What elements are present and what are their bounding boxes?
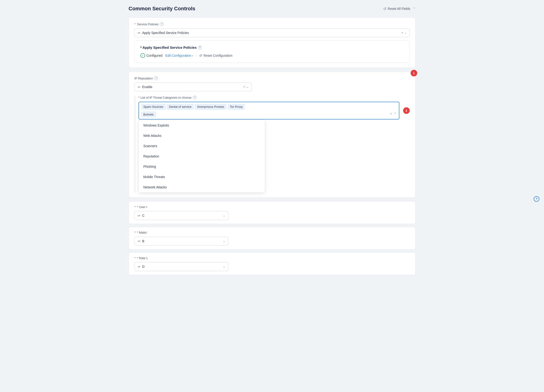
threat-categories-help-icon[interactable]: ? [193,96,197,99]
service-policies-section: * Service Policies ? ⇌ Apply Specified S… [129,17,416,68]
divider [196,54,196,57]
rate-chevron-icon[interactable]: ⌄ [223,265,225,268]
threat-categories-subsection: * List of IP Threat Categories to choose… [135,96,410,193]
tags-and-step2-row: Spam Sources Denial of service Anonymous… [139,102,410,119]
ip-reputation-chevron-icon[interactable]: ⌄ [246,85,249,88]
reset-config-icon: ↺ [199,54,202,57]
user-id-shuffle-icon: ⇌ [138,214,140,217]
threat-categories-label: * List of IP Threat Categories to choose… [139,96,410,99]
rate-shuffle-icon: ⇌ [138,265,140,269]
dropdown-item-mobile-threats[interactable]: Mobile Threats [139,172,265,182]
dropdown-item-windows-exploits[interactable]: Windows Exploits [139,120,265,130]
user-id-label: * * User I [135,205,410,209]
floating-help-button[interactable]: ? [534,196,539,202]
user-id-select[interactable]: ⇌ C ⌄ [135,211,228,220]
configured-row: ✓ Configured Edit Configuration › ↺ Rese… [140,53,404,58]
ip-reputation-clear-button[interactable]: × [243,85,245,89]
apply-service-policies-title: * Apply Specified Service Policies ? [140,46,404,49]
page-title: Common Security Controls [129,6,195,12]
tag-spam-sources: Spam Sources [141,104,166,109]
tag-botnets: Botnets [141,112,156,117]
ip-reputation-select[interactable]: ⇌ Enable × ⌄ [135,82,252,91]
ip-reputation-label: IP Reputation ? [135,76,410,80]
rate-limit-select[interactable]: ⇌ D ⌄ [135,262,228,271]
dropdown-item-web-attacks[interactable]: Web Attacks [139,130,265,141]
dropdown-item-network-attacks[interactable]: Network Attacks [139,182,265,192]
ip-reputation-select-row: ⇌ Enable × ⌄ 1 [135,82,410,91]
tag-tor-proxy: Tor Proxy [228,104,245,109]
user-id-chevron-icon[interactable]: ⌄ [223,214,225,217]
reset-icon: ↺ [383,6,386,11]
malicious-shuffle-icon: ⇌ [138,239,140,243]
tags-clear-all-button[interactable]: × [390,112,392,116]
service-policies-chevron-icon[interactable]: ⌄ [404,31,407,35]
threat-categories-dropdown: Windows Exploits Web Attacks Scanners Re… [139,120,265,193]
tag-denial-of-service: Denial of service [167,104,194,109]
tag-anonymous-proxies: Anonymous Proxies [195,104,226,109]
service-policies-select[interactable]: ⇌ Apply Specified Service Policies × ⌄ [135,28,410,37]
ip-reputation-section: IP Reputation ? ⇌ Enable × ⌄ 1 * List of… [129,71,416,198]
malicious-select[interactable]: ⇌ B ⌄ [135,237,228,246]
ip-shuffle-icon: ⇌ [138,85,140,89]
configured-badge: ✓ Configured [140,53,163,58]
user-id-section: * * User I ⇌ C ⌄ [129,201,416,224]
threat-tags-input[interactable]: Spam Sources Denial of service Anonymous… [139,102,399,119]
step-1-badge: 1 [411,70,417,76]
apply-service-policies-nested: * Apply Specified Service Policies ? ✓ C… [135,41,410,63]
rate-limit-label: * * Rate L [135,256,410,260]
malicious-chevron-icon[interactable]: ⌄ [223,240,225,243]
dropdown-item-scanners[interactable]: Scanners [139,141,265,151]
page-header: Common Security Controls ↺ Reset All Fie… [129,6,416,12]
reset-configuration-button[interactable]: ↺ Reset Configuration [199,54,232,57]
edit-configuration-button[interactable]: Edit Configuration › [165,54,193,57]
shuffle-icon: ⇌ [138,31,140,35]
malicious-label: * * Malici [135,231,410,234]
reset-all-button[interactable]: ↺ Reset All Fields [383,6,410,11]
edit-config-arrow-icon: › [192,54,193,57]
ip-reputation-help-icon[interactable]: ? [154,76,158,80]
collapse-icon[interactable]: ⌃ [413,7,416,11]
rate-limit-section: * * Rate L ⇌ D ⌄ [129,252,416,275]
apply-service-policies-help-icon[interactable]: ? [198,46,202,49]
service-policies-help-icon[interactable]: ? [160,22,164,26]
configured-check-icon: ✓ [140,53,145,58]
service-policies-clear-button[interactable]: × [401,31,403,35]
step-2-badge: 2 [403,107,410,114]
dropdown-item-reputation[interactable]: Reputation [139,151,265,161]
dropdown-item-phishing[interactable]: Phishing [139,161,265,172]
tags-collapse-button[interactable]: ⌃ [394,112,396,116]
service-policies-label: * Service Policies ? [135,22,410,26]
malicious-section: * * Malici ⇌ B ⌄ [129,227,416,250]
